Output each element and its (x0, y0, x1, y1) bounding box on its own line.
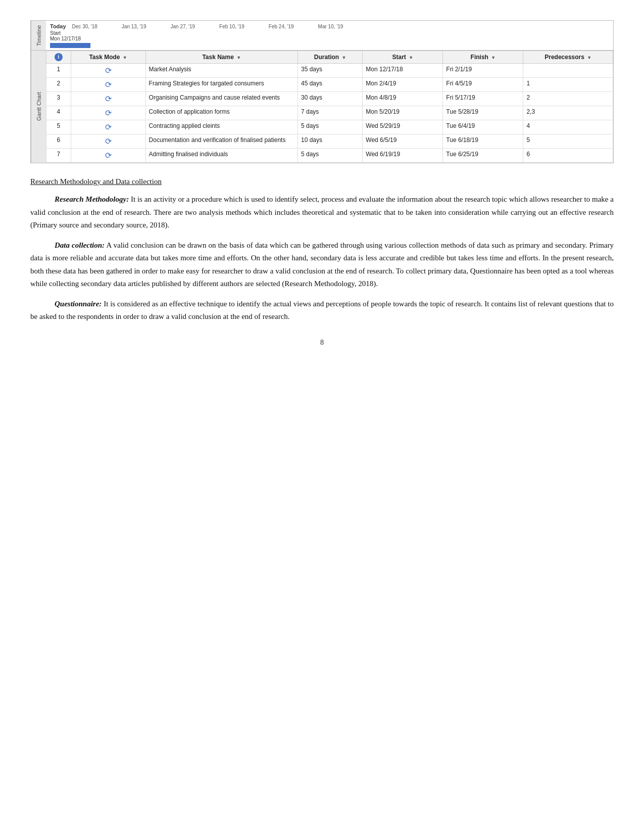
timeline-section: Timeline Today Dec 30, '18 Jan 13, '19 J… (31, 21, 613, 51)
row-num: 5 (46, 120, 71, 134)
para-label: Questionnaire: (55, 300, 102, 308)
start-cell: Mon 5/20/19 (363, 106, 443, 120)
gantt-chart-label: Gantt Chart (31, 51, 46, 163)
timeline-header: Today Dec 30, '18 Jan 13, '19 Jan 27, '1… (46, 21, 613, 50)
gantt-header-row: i Task Mode ▼ Task Name ▼ Duration ▼ (46, 51, 613, 64)
timeline-start: Start Mon 12/17/18 (50, 30, 609, 41)
task-mode-cell: ⟳ (71, 120, 145, 134)
sort-arrow-taskmode: ▼ (123, 55, 127, 60)
predecessors-cell: 2 (523, 92, 613, 106)
duration-cell: 5 days (298, 120, 363, 134)
sort-arrow-pred: ▼ (587, 55, 591, 60)
col-header-duration[interactable]: Duration ▼ (298, 51, 363, 64)
para-label: Data collection: (55, 241, 105, 249)
finish-cell: Tue 5/28/19 (443, 106, 523, 120)
date-2: Jan 13, '19 (122, 24, 146, 29)
gantt-row: 3 ⟳ Organising Campaigns and cause relat… (46, 92, 613, 106)
task-name-cell: Documentation and verification of finali… (145, 134, 298, 149)
gantt-row: 7 ⟳ Admitting finalised individuals 5 da… (46, 149, 613, 163)
timeline-label: Timeline (31, 21, 46, 50)
task-name-cell: Collection of application forms (145, 106, 298, 120)
para-label: Research Methodology: (55, 195, 129, 203)
start-cell: Mon 4/8/19 (363, 92, 443, 106)
duration-cell: 45 days (298, 78, 363, 92)
row-num: 3 (46, 92, 71, 106)
predecessors-cell (523, 64, 613, 78)
col-header-taskname[interactable]: Task Name ▼ (145, 51, 298, 64)
date-6: Mar 10, '19 (318, 24, 343, 29)
today-label: Today (50, 23, 66, 29)
task-mode-cell: ⟳ (71, 149, 145, 163)
col-header-start[interactable]: Start ▼ (363, 51, 443, 64)
start-cell: Mon 2/4/19 (363, 78, 443, 92)
gantt-row: 5 ⟳ Contracting applied cleints 5 days W… (46, 120, 613, 134)
date-3: Jan 27, '19 (170, 24, 195, 29)
gantt-body: Gantt Chart i Task Mode ▼ Task Name (31, 51, 613, 163)
task-mode-cell: ⟳ (71, 64, 145, 78)
duration-cell: 35 days (298, 64, 363, 78)
task-name-cell: Market Analysis (145, 64, 298, 78)
row-num: 2 (46, 78, 71, 92)
sort-arrow-finish: ▼ (491, 55, 496, 60)
section-heading: Research Methodology and Data collection (30, 177, 614, 186)
finish-cell: Tue 6/25/19 (443, 149, 523, 163)
paragraph-2: Data collection: A valid conclusion can … (30, 239, 614, 291)
page-number: 8 (30, 339, 614, 347)
task-name-cell: Framing Strategies for targated consumer… (145, 78, 298, 92)
col-header-predecessors[interactable]: Predecessors ▼ (523, 51, 613, 64)
finish-cell: Tue 6/18/19 (443, 134, 523, 149)
task-name-cell: Contracting applied cleints (145, 120, 298, 134)
row-num: 7 (46, 149, 71, 163)
gantt-table-wrapper: i Task Mode ▼ Task Name ▼ Duration ▼ (46, 51, 613, 163)
task-mode-cell: ⟳ (71, 106, 145, 120)
task-mode-cell: ⟳ (71, 78, 145, 92)
gantt-row: 6 ⟳ Documentation and verification of fi… (46, 134, 613, 149)
paragraphs-container: Research Methodology: It is an activity … (30, 193, 614, 323)
indent (30, 298, 55, 311)
duration-cell: 7 days (298, 106, 363, 120)
finish-cell: Fri 4/5/19 (443, 78, 523, 92)
para-text: A valid conclusion can be drawn on the b… (30, 241, 614, 288)
paragraph-1: Research Methodology: It is an activity … (30, 193, 614, 232)
gantt-row: 4 ⟳ Collection of application forms 7 da… (46, 106, 613, 120)
date-1: Dec 30, '18 (72, 24, 97, 29)
task-mode-cell: ⟳ (71, 92, 145, 106)
duration-cell: 10 days (298, 134, 363, 149)
row-num: 6 (46, 134, 71, 149)
start-cell: Wed 6/5/19 (363, 134, 443, 149)
gantt-row: 2 ⟳ Framing Strategies for targated cons… (46, 78, 613, 92)
date-5: Feb 24, '19 (269, 24, 294, 29)
row-num: 1 (46, 64, 71, 78)
col-header-finish[interactable]: Finish ▼ (443, 51, 523, 64)
predecessors-cell: 6 (523, 149, 613, 163)
timeline-bar (50, 43, 90, 48)
finish-cell: Fri 2/1/19 (443, 64, 523, 78)
finish-cell: Tue 6/4/19 (443, 120, 523, 134)
timeline-dates: Dec 30, '18 Jan 13, '19 Jan 27, '19 Feb … (72, 24, 343, 29)
sort-arrow-taskname: ▼ (236, 55, 241, 60)
predecessors-cell: 2,3 (523, 106, 613, 120)
indent (30, 239, 55, 252)
col-header-taskmode[interactable]: Task Mode ▼ (71, 51, 145, 64)
indent (30, 193, 55, 206)
start-cell: Mon 12/17/18 (363, 64, 443, 78)
predecessors-cell: 1 (523, 78, 613, 92)
paragraph-3: Questionnaire: It is considered as an ef… (30, 298, 614, 323)
predecessors-cell: 5 (523, 134, 613, 149)
duration-cell: 5 days (298, 149, 363, 163)
start-cell: Wed 5/29/19 (363, 120, 443, 134)
duration-cell: 30 days (298, 92, 363, 106)
date-4: Feb 10, '19 (219, 24, 244, 29)
sort-arrow-start: ▼ (409, 55, 413, 60)
gantt-chart: Timeline Today Dec 30, '18 Jan 13, '19 J… (30, 20, 614, 163)
task-name-cell: Organising Campaigns and cause related e… (145, 92, 298, 106)
finish-cell: Fri 5/17/19 (443, 92, 523, 106)
col-header-info: i (46, 51, 71, 64)
predecessors-cell: 4 (523, 120, 613, 134)
task-mode-cell: ⟳ (71, 134, 145, 149)
task-name-cell: Admitting finalised individuals (145, 149, 298, 163)
para-text: It is considered as an effective techniq… (30, 300, 614, 321)
start-cell: Wed 6/19/19 (363, 149, 443, 163)
gantt-row: 1 ⟳ Market Analysis 35 days Mon 12/17/18… (46, 64, 613, 78)
gantt-table: i Task Mode ▼ Task Name ▼ Duration ▼ (46, 51, 613, 163)
